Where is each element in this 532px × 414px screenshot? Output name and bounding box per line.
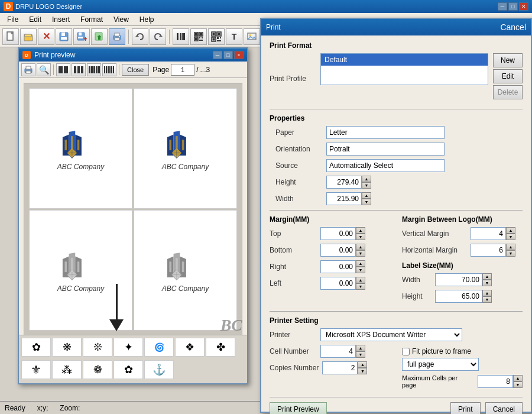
minimize-button[interactable]: ─: [498, 2, 507, 11]
full-page-select[interactable]: full page: [402, 358, 479, 371]
thumb-1[interactable]: ✿: [21, 338, 51, 357]
preview-layout-3-btn[interactable]: [87, 63, 101, 76]
max-cells-down-btn[interactable]: ▼: [513, 381, 523, 388]
thumb-9[interactable]: ⁂: [52, 360, 82, 379]
preview-minimize-button[interactable]: ─: [213, 51, 222, 59]
source-input[interactable]: [326, 159, 445, 172]
hmargin-up-btn[interactable]: ▲: [506, 244, 515, 250]
left-up-btn[interactable]: ▲: [356, 277, 365, 283]
delete-profile-button[interactable]: Delete: [493, 85, 523, 99]
menu-view[interactable]: View: [109, 14, 134, 25]
label-width-input[interactable]: [435, 273, 482, 286]
dialog-close-button[interactable]: Cancel: [500, 22, 526, 32]
thumb-3[interactable]: ❊: [83, 338, 112, 357]
open-button[interactable]: [20, 28, 37, 45]
printer-select[interactable]: Microsoft XPS Document Writer: [320, 328, 462, 341]
right-input[interactable]: [320, 260, 356, 273]
image-button[interactable]: [244, 28, 260, 45]
print-cancel-button[interactable]: Cancel: [485, 402, 523, 414]
preview-close-toolbar-btn[interactable]: Close: [122, 64, 149, 76]
menu-insert[interactable]: Insert: [47, 14, 74, 25]
thumb-8[interactable]: ⚜: [21, 360, 51, 379]
max-cells-up-btn[interactable]: ▲: [513, 375, 523, 381]
copies-up-btn[interactable]: ▲: [358, 361, 367, 368]
bottom-input[interactable]: [320, 244, 356, 257]
horizontal-margin-input[interactable]: [471, 244, 506, 257]
top-input[interactable]: [320, 227, 356, 240]
profile-default[interactable]: Default: [321, 54, 488, 66]
save-as-button[interactable]: +: [73, 28, 90, 45]
width-up-btn[interactable]: ▲: [362, 192, 371, 199]
thumb-6[interactable]: ❖: [175, 338, 205, 357]
copies-down-btn[interactable]: ▼: [358, 368, 367, 374]
paper-input[interactable]: [326, 126, 445, 139]
menu-edit[interactable]: Edit: [24, 14, 46, 25]
bottom-up-btn[interactable]: ▲: [356, 244, 365, 250]
lheight-down-btn[interactable]: ▼: [482, 296, 492, 303]
bottom-down-btn[interactable]: ▼: [356, 250, 365, 257]
export-button[interactable]: [91, 28, 108, 45]
height-up-btn[interactable]: ▲: [362, 176, 371, 182]
maximize-button[interactable]: □: [508, 2, 518, 11]
print-button[interactable]: [109, 28, 125, 45]
new-profile-button[interactable]: New: [493, 53, 523, 67]
thumb-11[interactable]: ✿: [113, 360, 143, 379]
barcode-1d-button[interactable]: [173, 28, 189, 45]
lwidth-up-btn[interactable]: ▲: [482, 273, 492, 280]
edit-profile-button[interactable]: Edit: [493, 69, 523, 83]
vmargin-up-btn[interactable]: ▲: [506, 227, 515, 234]
left-input[interactable]: [320, 277, 356, 290]
thumb-4[interactable]: ✦: [113, 338, 143, 357]
thumb-12[interactable]: ⚓: [144, 360, 174, 379]
preview-zoom-in-btn[interactable]: 🔍: [37, 63, 51, 76]
width-down-btn[interactable]: ▼: [362, 199, 371, 205]
new-button[interactable]: [2, 28, 19, 45]
orientation-input[interactable]: [326, 143, 445, 156]
qr-button[interactable]: [208, 28, 225, 45]
lwidth-down-btn[interactable]: ▼: [482, 280, 492, 286]
close-file-button[interactable]: ✕: [38, 28, 54, 45]
max-cells-input[interactable]: [478, 375, 513, 388]
label-height-input[interactable]: [435, 290, 482, 303]
preview-maximize-button[interactable]: □: [223, 51, 233, 59]
right-down-btn[interactable]: ▼: [356, 267, 365, 273]
undo-button[interactable]: [132, 28, 148, 45]
close-button[interactable]: ✕: [519, 2, 528, 11]
menu-help[interactable]: Help: [135, 14, 159, 25]
preview-print-btn[interactable]: [21, 63, 35, 76]
page-number-input[interactable]: [171, 64, 194, 76]
fit-picture-checkbox[interactable]: [402, 348, 410, 355]
preview-layout-2-btn[interactable]: [72, 63, 86, 76]
save-button[interactable]: [56, 28, 72, 45]
preview-layout-4-btn[interactable]: [102, 63, 116, 76]
redo-button[interactable]: [150, 28, 166, 45]
height-input[interactable]: [326, 176, 362, 189]
barcode-2d-button[interactable]: [190, 28, 207, 45]
thumb-5[interactable]: 🌀: [144, 338, 174, 357]
thumb-7[interactable]: ✤: [206, 338, 235, 357]
width-input[interactable]: [326, 192, 362, 205]
thumb-2[interactable]: ❋: [52, 338, 82, 357]
right-up-btn[interactable]: ▲: [356, 260, 365, 267]
vmargin-down-btn[interactable]: ▼: [506, 234, 515, 240]
menu-file[interactable]: File: [2, 14, 23, 25]
copies-number-input[interactable]: [322, 361, 358, 374]
print-preview-button[interactable]: Print Preview: [270, 402, 327, 414]
preview-layout-1-btn[interactable]: [56, 63, 70, 76]
cell-number-up-btn[interactable]: ▲: [356, 345, 365, 351]
profile-list[interactable]: Default: [320, 53, 488, 85]
left-down-btn[interactable]: ▼: [356, 283, 365, 290]
height-down-btn[interactable]: ▼: [362, 182, 371, 189]
top-up-btn[interactable]: ▲: [356, 227, 365, 234]
text-button[interactable]: T: [226, 28, 242, 45]
print-dialog-print-button[interactable]: Print: [450, 402, 481, 414]
lheight-up-btn[interactable]: ▲: [482, 290, 492, 296]
preview-close-button[interactable]: ×: [234, 51, 244, 59]
top-down-btn[interactable]: ▼: [356, 234, 365, 240]
vertical-margin-input[interactable]: [471, 227, 506, 240]
cell-number-input[interactable]: [320, 345, 356, 358]
hmargin-down-btn[interactable]: ▼: [506, 250, 515, 257]
cell-number-down-btn[interactable]: ▼: [356, 351, 365, 358]
menu-format[interactable]: Format: [76, 14, 108, 25]
thumb-10[interactable]: ❁: [83, 360, 112, 379]
